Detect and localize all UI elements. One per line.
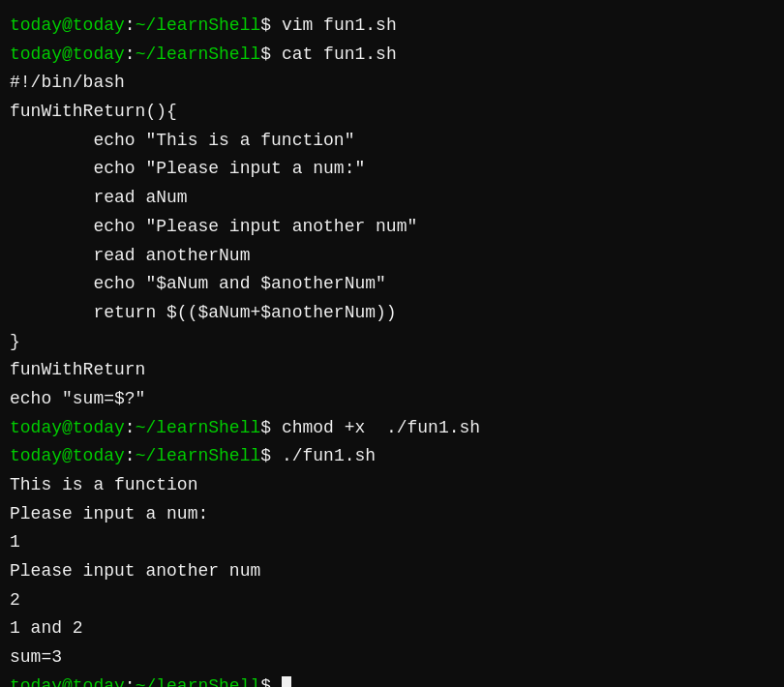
terminal-line: read anotherNum [10,242,774,271]
terminal-line: 1 and 2 [10,614,774,643]
terminal-line: #!/bin/bash [10,69,774,98]
prompt-user: today@today [10,45,125,64]
prompt-colon: : [125,446,136,465]
prompt-path: ~/learnShell [136,676,261,687]
prompt-colon: : [125,676,136,687]
prompt-dollar: $ [260,676,282,687]
cursor [282,676,291,687]
prompt-user: today@today [10,446,125,465]
terminal-line: This is a function [10,471,774,500]
terminal-line: 2 [10,586,774,615]
terminal-line: funWithReturn [10,356,774,385]
terminal-line: today@today:~/learnShell$ vim fun1.sh [10,12,774,41]
terminal: today@today:~/learnShell$ vim fun1.shtod… [0,0,784,687]
terminal-line: echo "This is a function" [10,127,774,156]
terminal-line: echo "sum=$?" [10,385,774,414]
prompt-command: vim fun1.sh [282,15,397,35]
prompt-user: today@today [10,418,125,437]
terminal-line: echo "Please input another num" [10,213,774,242]
prompt-dollar: $ [260,45,282,64]
prompt-colon: : [125,15,136,35]
terminal-line: today@today:~/learnShell$ cat fun1.sh [10,41,774,70]
prompt-dollar: $ [260,418,282,437]
terminal-line: today@today:~/learnShell$ chmod +x ./fun… [10,414,774,443]
terminal-line: Please input another num [10,557,774,586]
terminal-line: } [10,328,774,357]
terminal-line: today@today:~/learnShell$ [10,672,774,687]
terminal-line: echo "$aNum and $anotherNum" [10,270,774,299]
prompt-colon: : [125,418,136,437]
prompt-dollar: $ [260,15,282,35]
terminal-line: today@today:~/learnShell$ ./fun1.sh [10,442,774,471]
prompt-path: ~/learnShell [136,15,261,35]
terminal-line: sum=3 [10,643,774,672]
prompt-user: today@today [10,676,125,687]
prompt-path: ~/learnShell [136,446,261,465]
prompt-user: today@today [10,15,125,35]
terminal-line: Please input a num: [10,500,774,529]
prompt-path: ~/learnShell [136,45,261,64]
terminal-line: funWithReturn(){ [10,98,774,127]
terminal-line: echo "Please input a num:" [10,155,774,184]
prompt-command: ./fun1.sh [282,446,376,465]
prompt-path: ~/learnShell [136,418,261,437]
prompt-command: cat fun1.sh [282,45,397,64]
prompt-colon: : [125,45,136,64]
prompt-command: chmod +x ./fun1.sh [282,418,480,437]
prompt-dollar: $ [260,446,282,465]
terminal-line: read aNum [10,184,774,213]
terminal-line: 1 [10,528,774,557]
terminal-line: return $(($aNum+$anotherNum)) [10,299,774,328]
